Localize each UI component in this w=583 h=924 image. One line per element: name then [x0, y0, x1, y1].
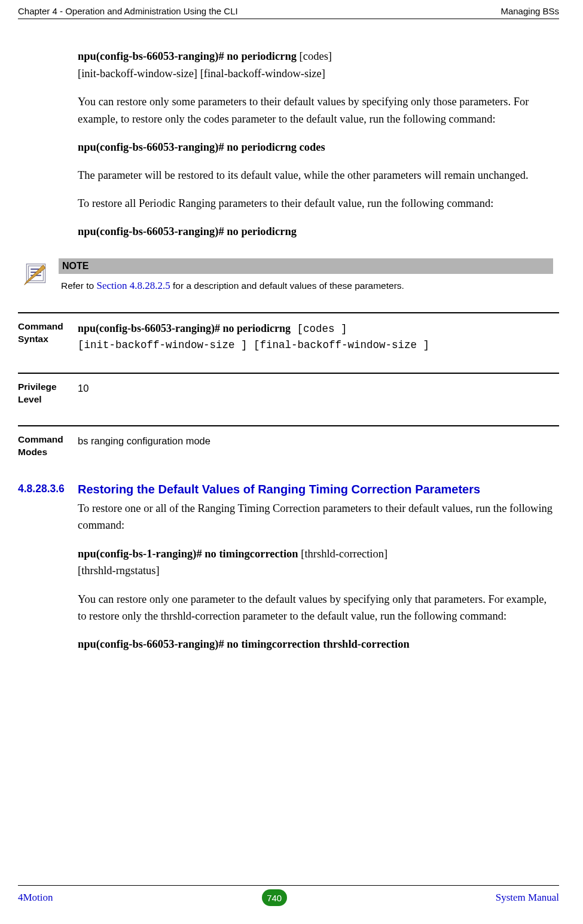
section-para1: To restore one or all of the Ranging Tim… — [78, 500, 553, 534]
note-text-before: Refer to — [61, 280, 96, 291]
section-title: Restoring the Default Values of Ranging … — [78, 483, 559, 496]
section-para2: You can restore only one parameter to th… — [78, 591, 553, 625]
main-content: npu(config-bs-66053-ranging)# no periodi… — [18, 19, 559, 873]
privilege-level-value: 10 — [78, 381, 559, 406]
page-header: Chapter 4 - Operation and Administration… — [18, 6, 559, 19]
para-restored-default: The parameter will be restored to its de… — [78, 167, 553, 184]
syntax-mono2: [init-backoff-window-size ] [final-backo… — [78, 339, 429, 351]
note-icon — [18, 258, 54, 286]
command-syntax-label: Command Syntax — [18, 321, 78, 353]
section-cmd1-line2: [thrshld-rngstatus] — [78, 565, 160, 577]
command-modes-row: Command Modes bs ranging configuration m… — [18, 425, 559, 466]
para-restore-all: To restore all Periodic Ranging paramete… — [78, 195, 553, 212]
header-right: Managing BSs — [500, 6, 559, 16]
note-text-after: for a description and default values of … — [170, 280, 404, 291]
header-left: Chapter 4 - Operation and Administration… — [18, 6, 238, 16]
privilege-level-label: Privilege Level — [18, 381, 78, 406]
section-cmd1-rest: [thrshld-correction] — [301, 548, 387, 560]
footer-left: 4Motion — [18, 892, 53, 904]
section-cmd2: npu(config-bs-66053-ranging)# no timingc… — [78, 636, 553, 653]
command-modes-label: Command Modes — [18, 434, 78, 459]
command-syntax-row: Command Syntax npu(config-bs-66053-rangi… — [18, 312, 559, 361]
footer-right: System Manual — [496, 892, 559, 904]
note-title: NOTE — [59, 258, 553, 274]
section-heading: 4.8.28.3.6 Restoring the Default Values … — [18, 483, 559, 496]
section-number: 4.8.28.3.6 — [18, 483, 78, 496]
note-block: NOTE Refer to Section 4.8.28.2.5 for a d… — [18, 258, 559, 300]
command-line-1: npu(config-bs-66053-ranging)# no periodi… — [78, 48, 553, 82]
section-cmd1: npu(config-bs-1-ranging)# no timingcorre… — [78, 545, 553, 580]
command-syntax-body: npu(config-bs-66053-ranging)# no periodi… — [78, 321, 559, 353]
para-restore-some: You can restore only some parameters to … — [78, 93, 553, 127]
privilege-level-row: Privilege Level 10 — [18, 373, 559, 413]
cmd1-bold: npu(config-bs-66053-ranging)# no periodi… — [78, 50, 300, 62]
syntax-mono1: [codes ] — [291, 323, 347, 335]
section-cmd1-bold: npu(config-bs-1-ranging)# no timingcorre… — [78, 548, 301, 560]
note-text: Refer to Section 4.8.28.2.5 for a descri… — [59, 274, 553, 300]
cmd1-line2: [init-backoff-window-size] [final-backof… — [78, 68, 325, 80]
syntax-bold: npu(config-bs-66053-ranging)# no periodi… — [78, 322, 291, 334]
command-line-2: npu(config-bs-66053-ranging)# no periodi… — [78, 139, 553, 156]
command-line-3: npu(config-bs-66053-ranging)# no periodi… — [78, 223, 553, 240]
page-footer: 4Motion 740 System Manual — [18, 886, 559, 924]
cmd1-rest: [codes] — [300, 50, 332, 62]
page-number-badge: 740 — [262, 889, 287, 906]
command-modes-value: bs ranging configuration mode — [78, 434, 559, 459]
note-section-link[interactable]: Section 4.8.28.2.5 — [96, 280, 170, 291]
